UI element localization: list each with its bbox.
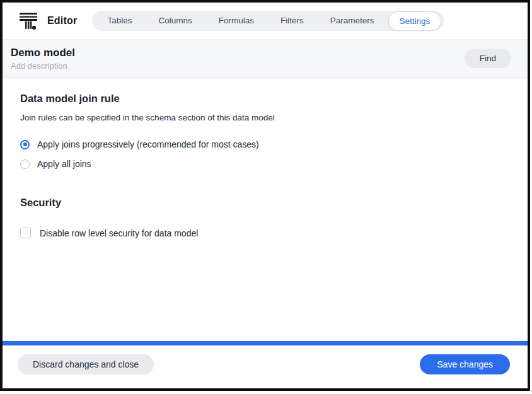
security-heading: Security	[20, 197, 509, 209]
model-title-block: Demo model Add description	[11, 46, 75, 71]
find-button[interactable]: Find	[465, 49, 511, 68]
tab-settings[interactable]: Settings	[388, 11, 442, 31]
join-rule-heading: Data model join rule	[20, 93, 509, 105]
model-description-placeholder[interactable]: Add description	[11, 61, 75, 71]
tab-filters[interactable]: Filters	[267, 11, 317, 31]
bottom-dock: Discard changes and close Save changes	[3, 341, 528, 388]
editor-modal: Editor Tables Columns Formulas Filters P…	[0, 0, 530, 391]
discard-changes-button[interactable]: Discard changes and close	[18, 354, 154, 374]
radio-option-progressive-joins[interactable]: Apply joins progressively (recommended f…	[20, 139, 509, 149]
app-title: Editor	[47, 15, 77, 26]
checkbox-unchecked-icon[interactable]	[20, 228, 31, 238]
disable-rls-checkbox-row[interactable]: Disable row level security for data mode…	[20, 228, 509, 238]
settings-panel: Data model join rule Join rules can be s…	[3, 78, 528, 238]
model-title[interactable]: Demo model	[11, 46, 75, 59]
tab-tables[interactable]: Tables	[94, 11, 145, 31]
tab-formulas[interactable]: Formulas	[205, 11, 267, 31]
save-changes-button[interactable]: Save changes	[420, 354, 510, 374]
radio-unselected-icon[interactable]	[20, 159, 30, 169]
checkbox-label[interactable]: Disable row level security for data mode…	[40, 228, 198, 238]
radio-option-all-joins[interactable]: Apply all joins	[20, 159, 509, 169]
model-header: Demo model Add description Find	[3, 40, 528, 78]
pillar-t-logo-icon	[19, 11, 38, 30]
radio-option-label[interactable]: Apply all joins	[37, 159, 91, 169]
tab-columns[interactable]: Columns	[145, 11, 205, 31]
top-nav: Editor Tables Columns Formulas Filters P…	[3, 3, 528, 40]
accent-divider-bar	[3, 341, 528, 345]
join-rule-subtext: Join rules can be specified in the schem…	[20, 113, 509, 122]
radio-selected-icon[interactable]	[20, 140, 30, 149]
footer-actions: Discard changes and close Save changes	[3, 345, 528, 388]
tab-parameters[interactable]: Parameters	[317, 11, 388, 31]
editor-tab-bar: Tables Columns Formulas Filters Paramete…	[92, 11, 444, 31]
radio-option-label[interactable]: Apply joins progressively (recommended f…	[37, 139, 259, 149]
